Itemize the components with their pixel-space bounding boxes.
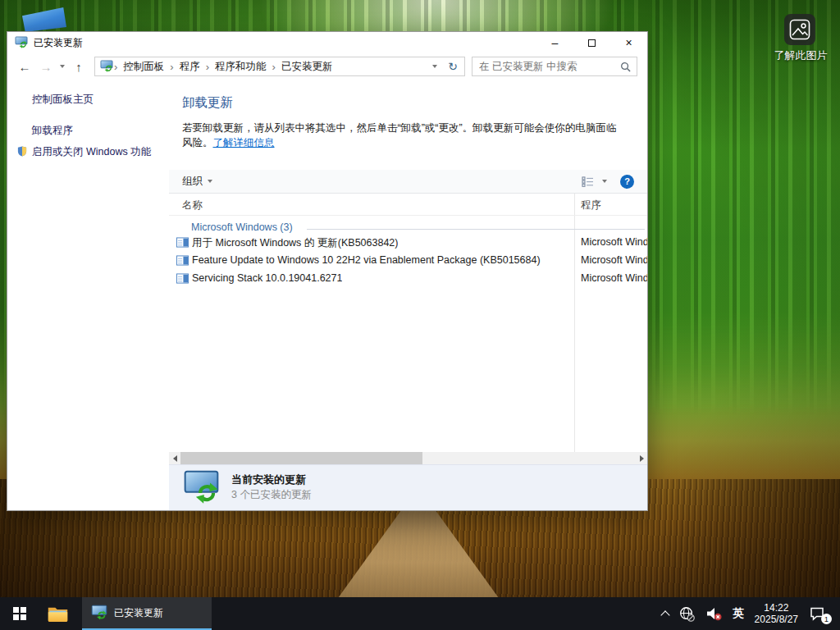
system-tray: 英 14:22 2025/8/27 1 [662,597,840,630]
details-pane: 当前安装的更新 3 个已安装的更新 [169,464,647,510]
taskbar-task-label: 已安装更新 [114,606,163,620]
update-item-icon [176,237,189,248]
taskbar-file-explorer[interactable] [39,597,75,630]
chevron-down-icon [60,65,65,68]
recent-pages-dropdown[interactable] [57,65,68,68]
windows-logo-icon [13,607,26,620]
learn-about-picture-label: 了解此图片 [760,48,840,63]
search-icon[interactable] [620,62,631,72]
ime-indicator[interactable]: 英 [733,606,744,621]
learn-about-picture-icon[interactable] [784,14,815,45]
page-description-line1: 若要卸载更新，请从列表中将其选中，然后单击“卸载”或“更改”。卸载更新可能会使你… [182,121,616,135]
breadcrumb-item-installed-updates[interactable]: 已安装更新 [276,60,338,74]
windows-update-icon [15,36,28,49]
close-button[interactable]: × [610,32,647,53]
navigation-bar: ← → ↑ › 控制面板 › 程序 › 程序和功能 › 已安装更新 ↻ [7,53,647,80]
desktop: 了解此图片 已安装更新 – × ← → ↑ › 控制面板 › 程序 › [0,0,840,630]
chevron-down-icon [432,65,437,68]
update-row[interactable]: Feature Update to Windows 10 22H2 via En… [169,252,647,270]
refresh-button[interactable]: ↻ [443,60,463,73]
installed-updates-window: 已安装更新 – × ← → ↑ › 控制面板 › 程序 › 程序和功能 › 已安… [7,31,648,511]
breadcrumb-item-programs-and-features[interactable]: 程序和功能 [210,60,272,74]
sidebar-item-windows-features[interactable]: 启用或关闭 Windows 功能 [32,145,151,159]
search-input[interactable] [472,57,637,75]
group-header-label[interactable]: Microsoft Windows (3) [191,221,293,233]
sidebar-item-uninstall-program[interactable]: 卸载程序 [32,124,73,138]
window-controls: – × [536,32,647,53]
shield-icon [17,146,27,157]
minimize-icon: – [552,36,559,49]
close-icon: × [625,36,632,49]
window-body: 控制面板主页 卸载程序 启用或关闭 Windows 功能 卸载更新 若要卸载更新… [7,80,647,510]
clock-date: 2025/8/27 [755,614,798,625]
scroll-right-arrow[interactable] [636,452,647,464]
list-column-headers: 名称 程序 [169,194,647,216]
window-title: 已安装更新 [34,36,83,50]
scroll-left-arrow[interactable] [169,452,180,464]
chevron-down-icon[interactable] [602,180,607,183]
network-globe-icon[interactable] [679,606,695,622]
update-name: 用于 Microsoft Windows 的 更新(KB5063842) [192,236,398,250]
page-title: 卸载更新 [182,94,233,112]
taskbar: 已安装更新 英 14:22 2025/8/27 1 [0,597,840,630]
update-row[interactable]: 用于 Microsoft Windows 的 更新(KB5063842) Mic… [169,234,647,252]
update-program: Microsoft Windows [581,254,647,266]
column-header-name[interactable]: 名称 [182,199,203,212]
taskbar-clock[interactable]: 14:22 2025/8/27 [755,602,798,625]
update-item-icon [176,273,189,284]
address-bar[interactable]: › 控制面板 › 程序 › 程序和功能 › 已安装更新 ↻ [94,57,465,76]
update-program: Microsoft Windows [581,236,647,248]
maximize-icon [588,39,596,47]
main-pane: 卸载更新 若要卸载更新，请从列表中将其选中，然后单击“卸载”或“更改”。卸载更新… [169,80,647,510]
learn-more-link[interactable]: 了解详细信息 [213,137,275,148]
list-view-icon [582,176,594,187]
forward-button[interactable]: → [35,60,57,74]
page-description-line2: 风险。了解详细信息 [182,136,275,150]
tray-overflow-chevron-icon[interactable] [660,610,669,619]
triangle-right-icon [640,455,644,462]
update-item-icon [176,255,189,266]
command-toolbar: 组织 ? [169,170,647,194]
minimize-button[interactable]: – [536,32,573,53]
horizontal-scrollbar[interactable] [169,452,647,464]
update-name: Servicing Stack 10.0.19041.6271 [192,272,342,284]
view-mode-button[interactable] [582,176,594,187]
breadcrumb-item-programs[interactable]: 程序 [175,60,205,74]
back-button[interactable]: ← [14,60,35,74]
sidebar: 控制面板主页 卸载程序 启用或关闭 Windows 功能 [7,80,169,510]
update-program: Microsoft Windows [581,272,647,284]
triangle-left-icon [173,455,177,462]
windows-update-icon [182,469,221,506]
up-button[interactable]: ↑ [68,60,89,74]
address-dropdown-button[interactable] [427,65,443,68]
taskbar-active-task[interactable]: 已安装更新 [82,597,212,630]
scrollbar-thumb[interactable] [180,452,422,464]
folder-icon [48,605,68,623]
windows-update-icon [100,60,113,73]
details-title: 当前安装的更新 [231,472,306,487]
windows-update-icon [91,605,107,621]
sidebar-item-control-panel-home[interactable]: 控制面板主页 [32,93,94,107]
start-button[interactable] [0,597,39,630]
help-button[interactable]: ? [620,175,634,189]
organize-button[interactable]: 组织 [182,175,212,189]
breadcrumb-item-control-panel[interactable]: 控制面板 [118,60,169,74]
photo-icon [789,19,810,40]
organize-label: 组织 [182,175,203,189]
chevron-down-icon [208,180,212,183]
update-name: Feature Update to Windows 10 22H2 via En… [192,254,541,266]
group-header-line [307,229,645,230]
notification-badge: 1 [821,614,832,624]
maximize-button[interactable] [573,32,610,53]
search-box [472,57,637,76]
column-header-program[interactable]: 程序 [581,199,601,212]
action-center-button[interactable]: 1 [809,605,829,623]
clock-time: 14:22 [755,602,798,614]
page-description-line2-text: 风险。 [182,137,213,148]
speaker-muted-icon[interactable] [705,606,722,621]
details-subtitle: 3 个已安装的更新 [231,488,312,502]
update-row[interactable]: Servicing Stack 10.0.19041.6271 Microsof… [169,270,647,288]
titlebar: 已安装更新 – × [7,32,647,53]
